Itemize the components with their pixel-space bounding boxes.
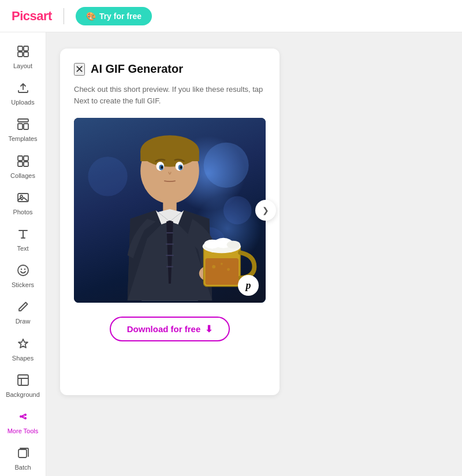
sidebar-label-stickers: Stickers — [12, 281, 34, 289]
svg-point-26 — [140, 135, 199, 167]
sidebar-item-draw[interactable]: Draw — [3, 295, 43, 331]
svg-point-41 — [227, 241, 240, 249]
sidebar-label-layout: Layout — [13, 62, 32, 70]
download-button[interactable]: Download for free ⬇ — [110, 317, 230, 341]
try-btn-label: Try for free — [99, 12, 141, 21]
svg-rect-27 — [140, 151, 199, 161]
sidebar-item-templates[interactable]: Templates — [3, 112, 43, 148]
svg-point-44 — [227, 268, 230, 271]
sidebar-label-more-tools: More Tools — [8, 427, 39, 435]
person-svg — [74, 118, 266, 303]
svg-point-14 — [20, 269, 21, 270]
sidebar-item-background[interactable]: Background — [3, 368, 43, 404]
sidebar-label-text: Text — [17, 245, 28, 252]
collages-icon — [17, 155, 29, 170]
svg-point-21 — [204, 143, 249, 188]
svg-rect-3 — [24, 52, 28, 57]
sidebar-label-shapes: Shapes — [12, 355, 33, 362]
photos-icon — [17, 191, 29, 206]
batch-icon — [17, 447, 29, 462]
shapes-icon — [17, 337, 29, 352]
svg-point-42 — [212, 265, 215, 269]
svg-point-32 — [161, 166, 163, 169]
svg-rect-0 — [18, 46, 23, 51]
sidebar-item-text[interactable]: Text — [3, 222, 43, 258]
svg-rect-9 — [18, 162, 23, 166]
gif-preview: p — [74, 118, 266, 303]
svg-point-22 — [223, 196, 252, 225]
close-button[interactable]: ✕ — [74, 63, 85, 76]
try-for-free-button[interactable]: 🎨 Try for free — [76, 7, 152, 25]
sidebar-item-more-tools[interactable]: More Tools — [3, 404, 43, 441]
sidebar-label-batch: Batch — [14, 464, 31, 471]
sidebar-label-templates: Templates — [8, 135, 37, 143]
sidebar-item-batch[interactable]: Batch — [3, 441, 43, 476]
svg-rect-4 — [18, 119, 28, 122]
background-icon — [17, 374, 29, 389]
main-content: ✕ AI GIF Generator Check out this short … — [46, 32, 462, 476]
svg-point-13 — [18, 265, 28, 276]
sidebar-item-uploads[interactable]: Uploads — [3, 76, 43, 112]
sidebar-label-collages: Collages — [10, 172, 35, 180]
layout-icon — [17, 45, 29, 60]
try-btn-icon: 🎨 — [86, 12, 96, 21]
templates-icon — [17, 118, 29, 133]
sidebar: Layout Uploads Templates — [0, 32, 46, 476]
sidebar-item-photos[interactable]: Photos — [3, 185, 43, 222]
header: Picsart 🎨 Try for free — [0, 0, 462, 32]
svg-point-15 — [24, 269, 25, 270]
sidebar-label-uploads: Uploads — [11, 99, 34, 106]
picsart-watermark: p — [238, 275, 259, 296]
svg-point-43 — [221, 263, 223, 265]
uploads-icon — [17, 81, 29, 96]
svg-rect-5 — [18, 124, 23, 129]
svg-rect-37 — [206, 258, 239, 285]
text-icon — [17, 228, 29, 243]
sidebar-label-draw: Draw — [16, 318, 31, 325]
picsart-p: p — [246, 280, 251, 292]
panel-description: Check out this short preview. If you lik… — [74, 84, 266, 106]
logo: Picsart 🎨 Try for free — [12, 7, 152, 25]
svg-point-33 — [180, 166, 182, 169]
svg-point-12 — [20, 195, 23, 198]
next-arrow-button[interactable]: ❯ — [255, 200, 276, 221]
svg-rect-6 — [24, 124, 28, 129]
ai-gif-panel: ✕ AI GIF Generator Check out this short … — [60, 49, 280, 395]
app-body: Layout Uploads Templates — [0, 0, 462, 476]
sidebar-label-background: Background — [6, 391, 40, 399]
draw-icon — [17, 300, 29, 315]
sidebar-item-layout[interactable]: Layout — [3, 39, 43, 76]
sidebar-item-collages[interactable]: Collages — [3, 149, 43, 185]
svg-rect-8 — [24, 156, 28, 161]
sidebar-label-photos: Photos — [13, 209, 32, 216]
stickers-icon — [17, 264, 29, 279]
svg-rect-1 — [24, 46, 28, 51]
download-button-wrapper: Download for free ⬇ — [74, 317, 266, 341]
svg-rect-7 — [18, 156, 23, 161]
svg-rect-16 — [18, 375, 28, 385]
arrow-icon: ❯ — [262, 206, 269, 215]
svg-rect-10 — [24, 162, 28, 166]
download-icon: ⬇ — [205, 323, 213, 334]
svg-point-24 — [88, 157, 127, 196]
download-label: Download for free — [127, 324, 201, 334]
svg-rect-20 — [18, 449, 27, 458]
svg-rect-2 — [18, 52, 23, 57]
panel-title: AI GIF Generator — [91, 62, 183, 76]
header-divider — [64, 8, 64, 24]
sidebar-item-shapes[interactable]: Shapes — [3, 332, 43, 368]
panel-header: ✕ AI GIF Generator — [74, 62, 266, 76]
gif-preview-wrapper: p ❯ — [74, 118, 266, 303]
logo-text: Picsart — [12, 9, 52, 24]
more-tools-icon — [17, 410, 29, 425]
sidebar-item-stickers[interactable]: Stickers — [3, 258, 43, 295]
